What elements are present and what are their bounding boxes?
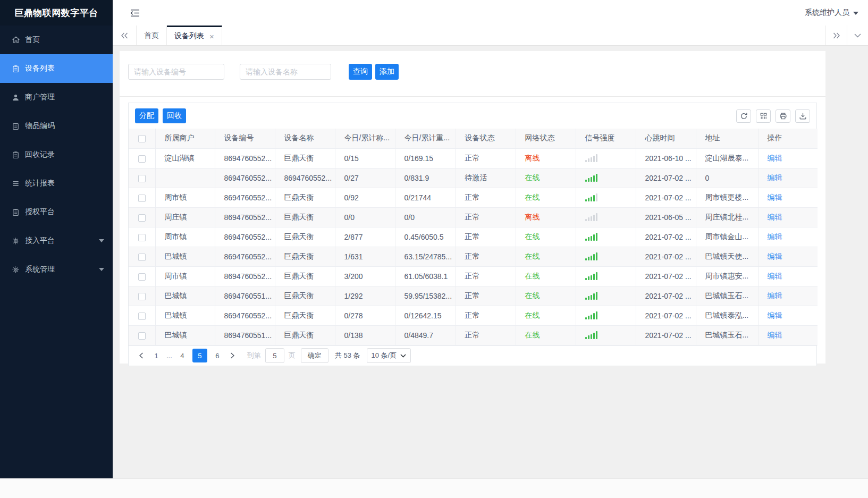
edit-link[interactable]: 编辑 xyxy=(768,154,782,162)
clipboard-icon xyxy=(11,208,20,217)
goto-page-input[interactable] xyxy=(265,348,284,363)
edit-link[interactable]: 编辑 xyxy=(768,232,782,241)
edit-link[interactable]: 编辑 xyxy=(768,331,782,339)
cell-device-name: 巨鼎天衡 xyxy=(275,227,335,247)
cell-device-name: 巨鼎天衡 xyxy=(275,266,335,286)
cell-action: 编辑 xyxy=(758,227,818,247)
row-checkbox[interactable] xyxy=(138,195,146,202)
sidebar: 巨鼎物联网数字平台 首页设备列表商户管理物品编码回收记录统计报表授权平台接入平台… xyxy=(0,0,113,478)
row-checkbox-cell xyxy=(129,168,155,188)
row-checkbox[interactable] xyxy=(138,155,146,163)
recycle-button[interactable]: 回收 xyxy=(163,108,186,123)
cell-heartbeat: 2021-07-02 ... xyxy=(636,188,696,207)
device-table-header-row: 所属商户设备编号设备名称今日/累计称...今日/累计重...设备状态网络状态信号… xyxy=(129,129,818,148)
cell-merchant: 周市镇 xyxy=(155,188,215,207)
cell-signal-strength xyxy=(576,306,636,325)
select-all-checkbox[interactable] xyxy=(138,135,146,142)
signal-strength-icon xyxy=(585,193,634,201)
table-row: 巴城镇8694760551...巨鼎天衡1/29259.95/15382...正… xyxy=(129,286,818,306)
row-checkbox[interactable] xyxy=(138,254,146,261)
close-tab-icon[interactable]: × xyxy=(209,32,214,40)
edit-link[interactable]: 编辑 xyxy=(768,291,782,300)
sidebar-item-merchant-mgmt[interactable]: 商户管理 xyxy=(0,83,113,112)
page-size-value: 10 条/页 xyxy=(372,351,397,360)
tab-bar: 首页设备列表× xyxy=(113,26,868,46)
scroll-tabs-left-button[interactable] xyxy=(113,26,137,45)
edit-link[interactable]: 编辑 xyxy=(768,213,782,221)
table-row: 巴城镇8694760552...巨鼎天衡0/2780/12642.15正常在线2… xyxy=(129,306,818,325)
page-button-1[interactable]: 1 xyxy=(149,349,163,362)
row-checkbox[interactable] xyxy=(138,313,146,320)
column-header-10: 操作 xyxy=(758,129,818,148)
cell-signal-strength xyxy=(576,148,636,168)
chevron-down-icon xyxy=(99,239,104,242)
sidebar-item-recycle-records[interactable]: 回收记录 xyxy=(0,140,113,169)
cell-action: 编辑 xyxy=(758,188,818,207)
prev-page-button[interactable] xyxy=(134,349,148,362)
sidebar-item-access-platform[interactable]: 接入平台 xyxy=(0,226,113,255)
device-table-body: 淀山湖镇8694760552...巨鼎天衡0/150/169.15正常离线202… xyxy=(129,148,818,345)
cell-heartbeat: 2021-07-02 ... xyxy=(636,266,696,286)
device-name-input[interactable] xyxy=(240,64,331,80)
page-button-6[interactable]: 6 xyxy=(210,349,224,362)
column-header-3: 今日/累计称... xyxy=(335,129,395,148)
column-header-4: 今日/累计重... xyxy=(395,129,456,148)
sidebar-item-system-mgmt[interactable]: 系统管理 xyxy=(0,255,113,284)
cell-device-no: 8694760552... xyxy=(215,306,275,325)
cell-signal-strength xyxy=(576,168,636,188)
add-button[interactable]: 添加 xyxy=(375,64,399,80)
edit-link[interactable]: 编辑 xyxy=(768,272,782,280)
scroll-tabs-right-button[interactable] xyxy=(825,26,847,45)
sidebar-item-home[interactable]: 首页 xyxy=(0,26,113,54)
row-checkbox[interactable] xyxy=(138,234,146,241)
edit-link[interactable]: 编辑 xyxy=(768,311,782,319)
assign-button[interactable]: 分配 xyxy=(135,108,158,123)
tab-home[interactable]: 首页 xyxy=(137,26,167,45)
edit-link[interactable]: 编辑 xyxy=(768,252,782,260)
goto-confirm-button[interactable]: 确定 xyxy=(301,348,328,363)
row-checkbox[interactable] xyxy=(138,175,146,182)
edit-link[interactable]: 编辑 xyxy=(768,193,782,201)
cell-address: 周市镇更楼... xyxy=(696,188,758,207)
goto-page-unit: 页 xyxy=(289,351,296,360)
table-row: 周庄镇8694760552...巨鼎天衡0/00/0正常离线2021-06-05… xyxy=(129,207,818,227)
row-checkbox[interactable] xyxy=(138,332,146,340)
double-chevron-right-icon xyxy=(833,32,840,39)
sidebar-item-statistics-report[interactable]: 统计报表 xyxy=(0,169,113,198)
row-checkbox[interactable] xyxy=(138,293,146,300)
cell-heartbeat: 2021-07-02 ... xyxy=(636,247,696,266)
cell-action: 编辑 xyxy=(758,266,818,286)
clipboard-icon xyxy=(11,64,20,73)
sidebar-item-device-list[interactable]: 设备列表 xyxy=(0,54,113,83)
next-page-button[interactable] xyxy=(226,349,240,362)
cell-today-count: 0/138 xyxy=(335,325,395,345)
page-ellipsis: ... xyxy=(166,352,172,360)
network-status-text: 在线 xyxy=(525,252,540,260)
pagination-bar: 1...456 到第 页 确定 共 53 条 10 条/页 xyxy=(129,345,816,366)
row-checkbox[interactable] xyxy=(138,273,146,281)
user-menu[interactable]: 系统维护人员 xyxy=(805,8,858,18)
cell-network-status: 在线 xyxy=(516,306,576,325)
device-no-input[interactable] xyxy=(128,64,224,80)
columns-button[interactable] xyxy=(756,109,771,123)
cell-device-no: 8694760552... xyxy=(215,227,275,247)
sidebar-item-authorization[interactable]: 授权平台 xyxy=(0,198,113,226)
page-button-5[interactable]: 5 xyxy=(192,349,207,362)
tab-device-list[interactable]: 设备列表× xyxy=(167,26,222,45)
page-size-select[interactable]: 10 条/页 xyxy=(367,348,411,363)
tab-options-button[interactable] xyxy=(847,26,868,45)
page-button-4[interactable]: 4 xyxy=(175,349,189,362)
cell-today-count: 0/27 xyxy=(335,168,395,188)
cell-address: 巴城镇玉石... xyxy=(696,325,758,345)
cell-device-name: 巨鼎天衡 xyxy=(275,247,335,266)
refresh-button[interactable] xyxy=(736,109,751,123)
section-divider xyxy=(120,96,825,97)
collapse-sidebar-button[interactable] xyxy=(128,7,142,19)
table-row: 淀山湖镇8694760552...巨鼎天衡0/150/169.15正常离线202… xyxy=(129,148,818,168)
row-checkbox[interactable] xyxy=(138,214,146,222)
query-button[interactable]: 查询 xyxy=(349,64,372,80)
sidebar-item-item-code[interactable]: 物品编码 xyxy=(0,112,113,140)
export-button[interactable] xyxy=(795,109,810,123)
print-button[interactable] xyxy=(776,109,790,123)
edit-link[interactable]: 编辑 xyxy=(768,173,782,182)
